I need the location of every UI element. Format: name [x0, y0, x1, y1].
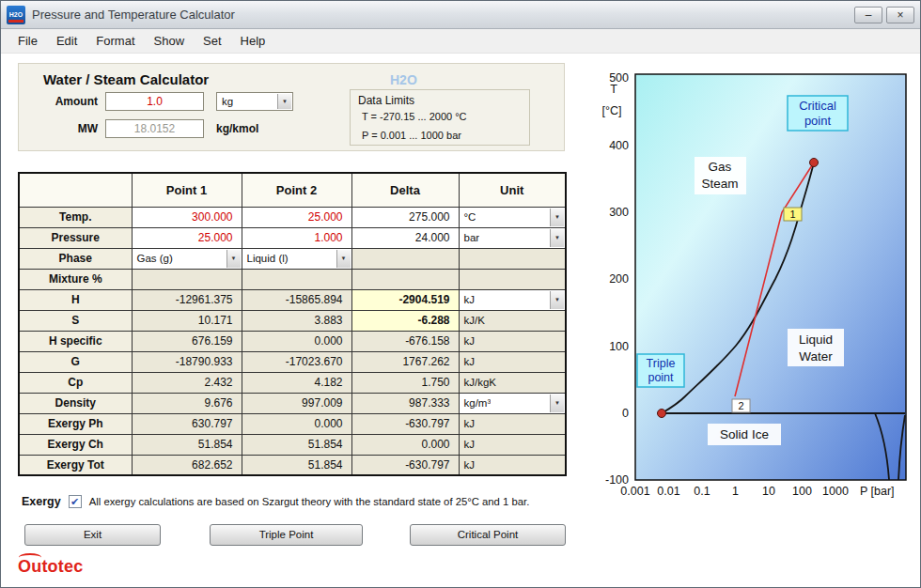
table-row-pressure: Pressure 25.000 1.000 24.000 bar▼ [19, 227, 566, 248]
formula-label: H2O [390, 72, 417, 87]
data-limits-pressure: P = 0.001 ... 1000 bar [362, 130, 461, 141]
y-tick-200: 200 [609, 272, 629, 286]
y-tick-300: 300 [609, 206, 629, 219]
exergy-ch-unit-label: kJ [459, 434, 566, 455]
x-tick-001: 0.01 [657, 485, 679, 498]
critical-point-label-line2: point [804, 114, 832, 128]
triple-point-label-line2: point [648, 371, 674, 384]
row-label-temp: Temp. [19, 207, 132, 227]
logo-swoosh-icon [19, 553, 41, 562]
menu-format[interactable]: Format [86, 30, 144, 52]
row-label-s: S [19, 310, 132, 331]
table-row-exergy-tot: Exergy Tot 682.652 51.854 -630.797 kJ [19, 455, 566, 475]
h-specific-unit-label: kJ [459, 331, 566, 351]
y-tick-100: 100 [609, 340, 629, 353]
triple-point-button[interactable]: Triple Point [210, 524, 363, 546]
col-header-unit: Unit [459, 173, 566, 207]
cp-delta-cell: 1.750 [351, 372, 459, 393]
menu-edit[interactable]: Edit [47, 30, 86, 52]
close-button[interactable]: × [886, 7, 914, 23]
triple-point-label-line1: Triple [647, 357, 676, 370]
exit-button[interactable]: Exit [24, 524, 161, 546]
y-tick-400: 400 [609, 139, 629, 152]
exergy-ch-point2-cell: 51.854 [242, 434, 351, 455]
table-row-h: H -12961.375 -15865.894 -2904.519 kJ▼ [19, 289, 566, 310]
x-tick-0001: 0.001 [620, 485, 649, 498]
app-icon-text: H2O [9, 11, 23, 18]
mixture-point2-cell [242, 269, 351, 289]
table-row-phase: Phase Gas (g)▼ Liquid (l)▼ [19, 248, 566, 269]
solid-ice-label: Solid Ice [720, 427, 769, 441]
exergy-checkbox[interactable]: ✔ [69, 495, 82, 508]
exergy-tot-point2-cell: 51.854 [242, 455, 351, 475]
triple-point-marker [658, 410, 666, 418]
density-point1-cell: 9.676 [132, 393, 242, 413]
table-row-h-specific: H specific 676.159 0.000 -676.158 kJ [19, 331, 566, 351]
main-content: Water / Steam Calculator H2O Amount kg ▼… [1, 54, 920, 587]
exergy-tot-unit-label: kJ [459, 455, 566, 475]
g-point1-cell: -18790.933 [132, 351, 242, 372]
amount-unit-select[interactable]: kg ▼ [216, 92, 293, 111]
exergy-ph-point2-cell: 0.000 [242, 413, 351, 434]
phase-point1-select[interactable]: Gas (g)▼ [132, 248, 242, 269]
g-point2-cell: -17023.670 [242, 351, 351, 372]
menu-set[interactable]: Set [194, 30, 231, 52]
gas-steam-label-line2: Steam [701, 177, 738, 191]
cp-point2-cell: 4.182 [242, 372, 351, 393]
temp-unit-select[interactable]: °C▼ [459, 207, 566, 227]
phase-delta-cell [351, 248, 459, 269]
density-unit-select[interactable]: kg/m³▼ [459, 393, 566, 413]
pressure-point2-cell[interactable]: 1.000 [242, 227, 351, 248]
menu-help[interactable]: Help [231, 30, 275, 52]
temp-point2-cell[interactable]: 25.000 [242, 207, 351, 227]
mixture-point1-cell [132, 269, 242, 289]
menu-file[interactable]: File [8, 30, 47, 52]
h-unit-select[interactable]: kJ▼ [459, 289, 566, 310]
chevron-down-icon: ▼ [336, 250, 351, 268]
row-label-h: H [19, 289, 132, 310]
col-header-delta: Delta [351, 173, 459, 207]
table-row-exergy-ph: Exergy Ph 630.797 0.000 -630.797 kJ [19, 413, 566, 434]
col-header-point2: Point 2 [242, 173, 351, 207]
h-specific-point1-cell: 676.159 [132, 331, 242, 351]
liquid-water-label-line2: Water [799, 349, 833, 364]
y-tick-0: 0 [622, 407, 629, 420]
amount-input[interactable] [105, 92, 204, 111]
phase-point2-select[interactable]: Liquid (l)▼ [242, 248, 351, 269]
exergy-option-row: Exergy ✔ All exergy calculations are bas… [22, 495, 572, 508]
row-label-pressure: Pressure [19, 227, 132, 248]
temp-delta-cell: 275.000 [351, 207, 459, 227]
mw-label: MW [32, 122, 98, 135]
density-point2-cell: 997.009 [242, 393, 351, 413]
gas-steam-label-line1: Gas [709, 160, 732, 174]
x-tick-01: 0.1 [694, 485, 710, 498]
table-row-mixture: Mixture % [19, 269, 566, 289]
mw-unit-label: kg/kmol [216, 122, 258, 135]
pressure-point1-cell[interactable]: 25.000 [132, 227, 242, 248]
corner-header [19, 173, 132, 207]
x-tick-1000: 1000 [822, 485, 849, 498]
row-label-cp: Cp [19, 372, 132, 393]
table-row-cp: Cp 2.432 4.182 1.750 kJ/kgK [19, 372, 566, 393]
critical-point-button[interactable]: Critical Point [410, 524, 566, 546]
row-label-g: G [19, 351, 132, 372]
table-row-g: G -18790.933 -17023.670 1767.262 kJ [19, 351, 566, 372]
table-row-density: Density 9.676 997.009 987.333 kg/m³▼ [19, 393, 566, 413]
exergy-ph-delta-cell: -630.797 [351, 413, 459, 434]
pressure-unit-select[interactable]: bar▼ [459, 227, 566, 248]
minimize-button[interactable]: – [854, 7, 882, 23]
exergy-label: Exergy [22, 495, 61, 508]
temp-point1-cell[interactable]: 300.000 [132, 207, 242, 227]
temp-unit-value: °C [460, 211, 476, 223]
chevron-down-icon: ▼ [226, 250, 241, 268]
row-label-exergy-ph: Exergy Ph [19, 413, 132, 434]
cp-point1-cell: 2.432 [132, 372, 242, 393]
pressure-unit-value: bar [460, 232, 480, 243]
phase-point2-value: Liquid (l) [242, 253, 289, 264]
mixture-delta-cell [351, 269, 459, 289]
app-window: H2O Pressure and Temperature Calculator … [0, 0, 921, 588]
exergy-ch-point1-cell: 51.854 [132, 434, 242, 455]
x-tick-10: 10 [762, 485, 775, 498]
menu-show[interactable]: Show [145, 30, 195, 52]
s-unit-label: kJ/K [459, 310, 566, 331]
